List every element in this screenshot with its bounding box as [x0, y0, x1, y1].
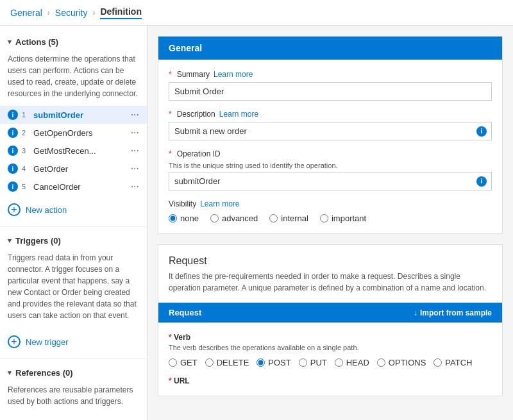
request-title: Request — [158, 245, 502, 271]
action-dots-4[interactable]: ··· — [131, 163, 139, 174]
description-learn-more-link[interactable]: Learn more — [219, 110, 258, 119]
triggers-description: Triggers read data in from your connecto… — [0, 249, 147, 328]
action-name-4: GetOrder — [33, 164, 131, 174]
visibility-label-text: Visibility — [169, 199, 196, 208]
summary-learn-more-link[interactable]: Learn more — [214, 70, 253, 79]
action-info-icon-1: i — [8, 110, 18, 120]
import-from-sample-link[interactable]: ↓ Import from sample — [414, 308, 492, 317]
verb-head-label: HEAD — [346, 358, 369, 367]
verb-radio-group: GET DELETE POST PUT — [169, 358, 492, 367]
verb-options-label: OPTIONS — [389, 358, 426, 367]
action-dots-3[interactable]: ··· — [131, 145, 139, 156]
content-area: General * Summary Learn more * — [147, 26, 513, 420]
verb-delete-radio[interactable] — [205, 358, 214, 367]
action-dots-1[interactable]: ··· — [131, 109, 139, 121]
sidebar: ▾ Actions (5) Actions determine the oper… — [0, 26, 147, 420]
new-trigger-label: New trigger — [26, 337, 68, 347]
verb-post-label: POST — [268, 358, 290, 367]
verb-get-radio[interactable] — [169, 358, 177, 367]
request-header-label: Request — [169, 308, 201, 317]
verb-patch-option[interactable]: PATCH — [433, 358, 472, 367]
new-trigger-button[interactable]: + New trigger — [0, 330, 147, 353]
verb-options-option[interactable]: OPTIONS — [377, 358, 426, 367]
verb-required: * — [169, 333, 172, 342]
new-action-label: New action — [26, 205, 67, 215]
visibility-none-label: none — [180, 214, 199, 223]
visibility-advanced-radio[interactable] — [210, 214, 219, 223]
visibility-important-option[interactable]: important — [320, 214, 366, 223]
breadcrumb: General › Security › Definition — [0, 0, 513, 26]
request-desc: It defines the pre-requirements needed i… — [158, 271, 502, 303]
summary-field-group: * Summary Learn more — [169, 70, 492, 101]
actions-description: Actions determine the operations that us… — [0, 51, 147, 106]
description-label: * Description Learn more — [169, 110, 492, 119]
action-item-5[interactable]: i 5 CancelOrder ··· — [0, 178, 147, 196]
verb-patch-label: PATCH — [445, 358, 472, 367]
visibility-learn-more-link[interactable]: Learn more — [200, 199, 239, 208]
verb-post-radio[interactable] — [256, 358, 265, 367]
references-section-header[interactable]: ▾ References (0) — [0, 364, 147, 382]
visibility-section: Visibility Learn more none advanced — [169, 199, 492, 223]
sidebar-divider-2 — [0, 358, 147, 359]
verb-desc: The verb describes the operations availa… — [169, 344, 492, 351]
new-action-button[interactable]: + New action — [0, 198, 147, 221]
visibility-internal-radio[interactable] — [269, 214, 278, 223]
action-item-1[interactable]: i 1 submitOrder ··· — [0, 106, 147, 124]
description-label-text: Description — [177, 110, 215, 119]
general-card-header: General — [158, 37, 502, 60]
breadcrumb-general[interactable]: General — [10, 8, 42, 18]
description-field-group: * Description Learn more i — [169, 110, 492, 140]
verb-options-radio[interactable] — [377, 358, 385, 367]
verb-get-option[interactable]: GET — [169, 358, 198, 367]
verb-put-radio[interactable] — [299, 358, 307, 367]
breadcrumb-definition[interactable]: Definition — [100, 6, 142, 19]
request-body: * Verb The verb describes the operations… — [158, 323, 502, 396]
verb-put-option[interactable]: PUT — [299, 358, 327, 367]
visibility-none-radio[interactable] — [169, 214, 177, 223]
sidebar-divider-1 — [0, 226, 147, 227]
operation-id-field-group: * Operation ID This is the unique string… — [169, 149, 492, 190]
action-info-icon-4: i — [8, 164, 18, 174]
breadcrumb-security[interactable]: Security — [55, 8, 88, 18]
operation-id-label-text: Operation ID — [177, 149, 221, 158]
visibility-internal-option[interactable]: internal — [269, 214, 308, 223]
action-info-icon-2: i — [8, 128, 18, 138]
verb-label: * Verb — [169, 333, 492, 342]
verb-head-radio[interactable] — [335, 358, 343, 367]
operation-id-input[interactable] — [169, 172, 492, 190]
actions-chevron: ▾ — [8, 38, 12, 46]
verb-label-text: Verb — [174, 333, 190, 342]
action-dots-2[interactable]: ··· — [131, 127, 139, 139]
verb-delete-label: DELETE — [217, 358, 249, 367]
visibility-advanced-option[interactable]: advanced — [210, 214, 258, 223]
verb-get-label: GET — [180, 358, 198, 367]
visibility-none-option[interactable]: none — [169, 214, 199, 223]
action-item-2[interactable]: i 2 GetOpenOrders ··· — [0, 124, 147, 142]
summary-input[interactable] — [169, 82, 492, 101]
action-num-1: 1 — [22, 111, 31, 119]
triggers-section-header[interactable]: ▾ Triggers (0) — [0, 232, 147, 249]
import-label-text: Import from sample — [420, 308, 492, 317]
triggers-header-label: Triggers (0) — [15, 236, 61, 246]
action-num-5: 5 — [22, 183, 31, 190]
request-section: Request It defines the pre-requirements … — [158, 244, 503, 396]
verb-post-option[interactable]: POST — [256, 358, 290, 367]
operation-id-info-icon: i — [476, 176, 487, 187]
action-name-2: GetOpenOrders — [33, 128, 131, 138]
references-description: References are reusable parameters used … — [0, 382, 147, 414]
action-dots-5[interactable]: ··· — [131, 181, 139, 192]
action-num-2: 2 — [22, 129, 31, 137]
breadcrumb-sep-2: › — [92, 8, 95, 17]
general-card-body: * Summary Learn more * Description Learn… — [158, 60, 502, 233]
verb-delete-option[interactable]: DELETE — [205, 358, 249, 367]
description-info-icon: i — [476, 126, 487, 137]
actions-section-header[interactable]: ▾ Actions (5) — [0, 33, 147, 51]
references-header-label: References (0) — [15, 368, 73, 378]
verb-patch-radio[interactable] — [433, 358, 442, 367]
action-item-3[interactable]: i 3 GetMostRecen... ··· — [0, 142, 147, 160]
verb-head-option[interactable]: HEAD — [335, 358, 369, 367]
action-item-4[interactable]: i 4 GetOrder ··· — [0, 160, 147, 178]
visibility-important-radio[interactable] — [320, 214, 328, 223]
operation-id-desc: This is the unique string used to identi… — [169, 162, 492, 169]
description-input[interactable] — [169, 122, 492, 140]
